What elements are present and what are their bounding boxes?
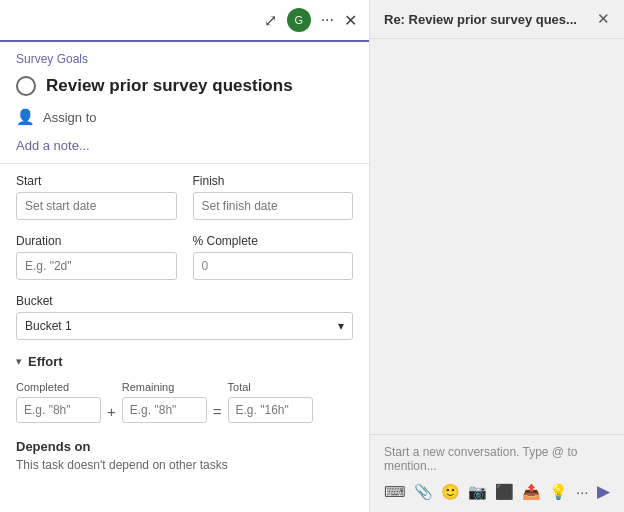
fields-section: Start Finish Duration % Complete Bucket — [0, 174, 369, 354]
completed-label: Completed — [16, 381, 101, 393]
total-label: Total — [228, 381, 313, 393]
right-panel-close-button[interactable]: ✕ — [597, 10, 610, 28]
depends-on-section: Depends on This task doesn't depend on o… — [0, 439, 369, 472]
completed-input[interactable] — [16, 397, 101, 423]
completed-col: Completed — [16, 381, 101, 423]
chevron-down-icon: ▾ — [16, 355, 22, 368]
more-icon[interactable]: ··· — [321, 11, 334, 29]
share-icon[interactable]: 📤 — [522, 483, 541, 501]
right-panel-body — [370, 39, 624, 434]
footer-icons-row: ⌨ 📎 🙂 📷 ⬛ 📤 💡 ··· ▶ — [384, 481, 610, 502]
percent-field: % Complete — [193, 234, 354, 280]
right-panel: Re: Review prior survey ques... ✕ Start … — [370, 0, 624, 512]
person-icon: 👤 — [16, 108, 35, 126]
effort-title: Effort — [28, 354, 63, 369]
close-icon[interactable]: ✕ — [344, 11, 357, 30]
format-icon[interactable]: ⌨ — [384, 483, 406, 501]
avatar: G — [287, 8, 311, 32]
add-note-link[interactable]: Add a note... — [0, 134, 369, 163]
effort-header[interactable]: ▾ Effort — [16, 354, 353, 369]
suggest-icon[interactable]: 💡 — [549, 483, 568, 501]
more-icon[interactable]: ··· — [576, 483, 589, 500]
total-col: Total — [228, 381, 313, 423]
percent-input[interactable] — [193, 252, 354, 280]
bucket-select[interactable]: Bucket 1 ▾ — [16, 312, 353, 340]
depends-on-title: Depends on — [16, 439, 353, 454]
emoji-icon[interactable]: 🙂 — [441, 483, 460, 501]
start-input[interactable] — [16, 192, 177, 220]
total-input[interactable] — [228, 397, 313, 423]
assign-row[interactable]: 👤 Assign to — [0, 104, 369, 134]
effort-section: ▾ Effort Completed + Remaining = Total — [0, 354, 369, 435]
bucket-value: Bucket 1 — [25, 319, 72, 333]
chevron-down-icon: ▾ — [338, 319, 344, 333]
duration-input[interactable] — [16, 252, 177, 280]
right-header: Re: Review prior survey ques... ✕ — [370, 0, 624, 39]
bucket-row: Bucket Bucket 1 ▾ — [16, 294, 353, 340]
finish-input[interactable] — [193, 192, 354, 220]
attach-icon[interactable]: 📎 — [414, 483, 433, 501]
divider — [0, 163, 369, 164]
remaining-col: Remaining — [122, 381, 207, 423]
finish-label: Finish — [193, 174, 354, 188]
bucket-label: Bucket — [16, 294, 353, 308]
duration-field: Duration — [16, 234, 177, 280]
depends-on-subtitle: This task doesn't depend on other tasks — [16, 458, 353, 472]
task-title-row: Review prior survey questions — [0, 70, 369, 104]
send-button[interactable]: ▶ — [597, 481, 610, 502]
duration-label: Duration — [16, 234, 177, 248]
bucket-field: Bucket Bucket 1 ▾ — [16, 294, 353, 340]
left-panel: ⤢ G ··· ✕ Survey Goals Review prior surv… — [0, 0, 370, 512]
task-status-circle[interactable] — [16, 76, 36, 96]
start-label: Start — [16, 174, 177, 188]
plus-operator: + — [107, 385, 116, 420]
new-conversation-hint: Start a new conversation. Type @ to ment… — [384, 445, 610, 473]
top-bar: ⤢ G ··· ✕ — [0, 0, 369, 42]
percent-label: % Complete — [193, 234, 354, 248]
finish-field: Finish — [193, 174, 354, 220]
breadcrumb[interactable]: Survey Goals — [0, 42, 369, 70]
duration-percent-row: Duration % Complete — [16, 234, 353, 280]
task-title: Review prior survey questions — [46, 76, 293, 96]
assign-label: Assign to — [43, 110, 96, 125]
start-finish-row: Start Finish — [16, 174, 353, 220]
image-icon[interactable]: 📷 — [468, 483, 487, 501]
right-panel-title: Re: Review prior survey ques... — [384, 12, 577, 27]
equal-operator: = — [213, 385, 222, 420]
remaining-label: Remaining — [122, 381, 207, 393]
effort-inputs-row: Completed + Remaining = Total — [16, 381, 353, 423]
start-field: Start — [16, 174, 177, 220]
right-footer: Start a new conversation. Type @ to ment… — [370, 434, 624, 512]
component-icon[interactable]: ⬛ — [495, 483, 514, 501]
remaining-input[interactable] — [122, 397, 207, 423]
expand-icon[interactable]: ⤢ — [264, 11, 277, 30]
